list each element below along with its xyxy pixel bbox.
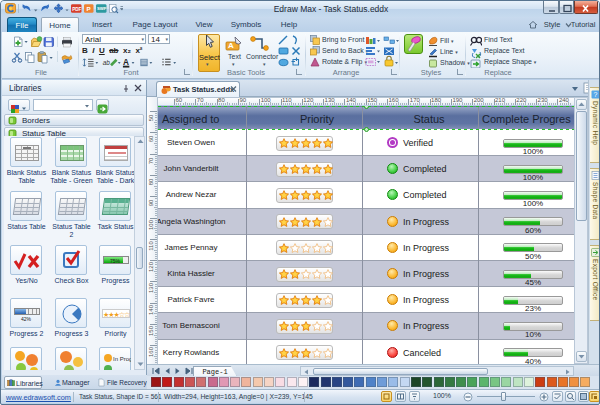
svg-text:PDF: PDF [72, 7, 81, 12]
svg-text:ab: ab [103, 59, 111, 66]
svg-text:?: ? [594, 91, 598, 98]
svg-text:P: P [87, 5, 91, 12]
svg-text:A: A [228, 41, 234, 50]
svg-text:SWF: SWF [97, 6, 107, 11]
svg-text:In Progress: In Progress [113, 356, 131, 362]
